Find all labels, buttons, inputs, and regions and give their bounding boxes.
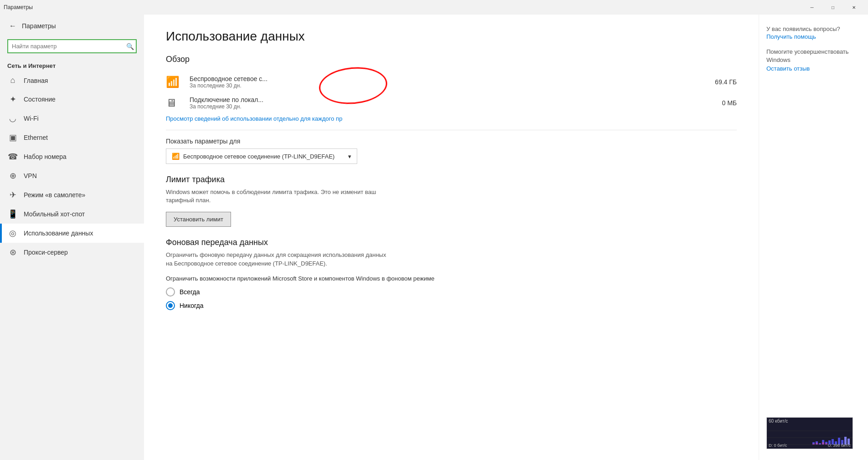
app-container: ← Параметры 🔍 Сеть и Интернет ⌂ Главная … xyxy=(0,15,868,460)
get-help-link[interactable]: Получить помощь xyxy=(766,33,816,40)
sidebar-item-airplane[interactable]: ✈ Режим «в самолете» xyxy=(0,185,144,204)
background-desc: Ограничить фоновую передачу данных для с… xyxy=(166,251,394,267)
dropdown-value: Беспроводное сетевое соединение (TP-LINK… xyxy=(183,153,334,160)
sidebar-item-label-dialup: Набор номера xyxy=(24,153,67,160)
search-icon[interactable]: 🔍 xyxy=(126,43,134,50)
sidebar-item-label-hotspot: Мобильный хот-спот xyxy=(24,210,85,218)
ethernet-icon: 🖥 xyxy=(166,97,182,109)
connection-usage-1: 0 МБ xyxy=(700,99,737,107)
titlebar-controls: ─ □ ✕ xyxy=(801,0,864,15)
help-section: У вас появились вопросы? Получить помощь xyxy=(766,26,861,41)
widget-download: D: 0 бит/с xyxy=(769,443,787,448)
sidebar-title: Параметры xyxy=(22,22,56,30)
sidebar-item-dialup[interactable]: ☎ Набор номера xyxy=(0,147,144,166)
dialup-icon: ☎ xyxy=(7,152,18,162)
search-input[interactable] xyxy=(7,39,137,53)
details-link[interactable]: Просмотр сведений об использовании отдел… xyxy=(166,115,342,122)
sidebar-item-label-status: Состояние xyxy=(24,96,56,103)
sidebar-item-datausage[interactable]: ◎ Использование данных xyxy=(0,224,144,243)
sidebar-item-proxy[interactable]: ⊛ Прокси-сервер xyxy=(0,243,144,262)
app-title: Параметры xyxy=(4,4,33,10)
datausage-icon: ◎ xyxy=(7,228,18,238)
radio-item-never[interactable]: Никогда xyxy=(166,301,737,310)
traffic-limit-desc: Windows может помочь в соблюдении лимита… xyxy=(166,188,394,204)
maximize-button[interactable]: □ xyxy=(822,0,843,15)
wifi-icon: 📶 xyxy=(166,76,182,88)
set-limit-button[interactable]: Установить лимит xyxy=(166,212,231,227)
close-button[interactable]: ✕ xyxy=(843,0,864,15)
sidebar: ← Параметры 🔍 Сеть и Интернет ⌂ Главная … xyxy=(0,15,144,460)
connection-dropdown[interactable]: 📶 Беспроводное сетевое соединение (TP-LI… xyxy=(166,148,357,164)
widget-bottom: D: 0 бит/с U: 398 бит/с xyxy=(769,443,851,448)
wifi-icon: ◡ xyxy=(7,113,18,123)
connections-list: 📶 Беспроводное сетевое с... За последние… xyxy=(166,72,737,113)
improve-section: Помогите усовершенствовать Windows Остав… xyxy=(766,48,861,72)
help-question: У вас появились вопросы? xyxy=(766,26,861,32)
radio-group: Всегда Никогда xyxy=(166,287,737,310)
connection-period-0: За последние 30 дн. xyxy=(190,82,693,89)
hotspot-icon: 📱 xyxy=(7,209,18,219)
connection-usage-0: 69.4 ГБ xyxy=(700,78,737,86)
sidebar-item-ethernet[interactable]: ▣ Ethernet xyxy=(0,128,144,147)
connection-row-1: 🖥 Подключение по локал... За последние 3… xyxy=(166,92,737,113)
sidebar-item-label-airplane: Режим «в самолете» xyxy=(24,191,85,199)
titlebar: Параметры ─ □ ✕ xyxy=(0,0,868,15)
back-button[interactable]: ← xyxy=(7,20,18,32)
radio-label-never: Никогда xyxy=(180,302,203,309)
sidebar-item-home[interactable]: ⌂ Главная xyxy=(0,71,144,90)
vpn-icon: ⊕ xyxy=(7,171,18,181)
widget-speed-label: 60 кбит/с xyxy=(769,419,788,424)
sidebar-item-vpn[interactable]: ⊕ VPN xyxy=(0,166,144,185)
network-widget: 60 кбит/с xyxy=(766,417,853,449)
sidebar-item-label-wifi: Wi-Fi xyxy=(24,115,39,122)
minimize-button[interactable]: ─ xyxy=(801,0,822,15)
sidebar-item-hotspot[interactable]: 📱 Мобильный хот-спот xyxy=(0,204,144,224)
right-panel: У вас появились вопросы? Получить помощь… xyxy=(759,15,868,460)
show-params-label: Показать параметры для xyxy=(166,138,737,145)
sidebar-item-label-vpn: VPN xyxy=(24,172,37,179)
connection-name-1: Подключение по локал... xyxy=(190,96,693,103)
radio-label-always: Всегда xyxy=(180,288,200,296)
home-icon: ⌂ xyxy=(7,76,18,85)
search-container: 🔍 xyxy=(0,37,144,59)
overview-heading: Обзор xyxy=(166,55,737,64)
connection-info-1: Подключение по локал... За последние 30 … xyxy=(190,96,693,110)
sidebar-item-status[interactable]: ✦ Состояние xyxy=(0,90,144,109)
proxy-icon: ⊛ xyxy=(7,247,18,257)
feedback-link[interactable]: Оставить отзыв xyxy=(766,65,810,72)
improve-title: Помогите усовершенствовать Windows xyxy=(766,48,861,64)
titlebar-left: Параметры xyxy=(4,4,33,10)
sidebar-item-label-proxy: Прокси-сервер xyxy=(24,249,68,256)
main-content: Использование данных Обзор 📶 Беспроводно… xyxy=(144,15,759,460)
connection-row-0: 📶 Беспроводное сетевое с... За последние… xyxy=(166,72,737,92)
sidebar-header: ← Параметры xyxy=(0,15,144,37)
traffic-limit-title: Лимит трафика xyxy=(166,175,737,184)
ethernet-icon: ▣ xyxy=(7,133,18,143)
restrict-label: Ограничить возможности приложений Micros… xyxy=(166,275,737,282)
radio-circle-always xyxy=(166,287,175,296)
search-wrapper: 🔍 xyxy=(7,39,137,53)
connection-period-1: За последние 30 дн. xyxy=(190,103,693,110)
widget-upload: U: 398 бит/с xyxy=(828,443,851,448)
sidebar-section-label: Сеть и Интернет xyxy=(0,59,144,71)
sidebar-item-label-ethernet: Ethernet xyxy=(24,134,48,141)
divider-1 xyxy=(166,130,737,130)
page-title: Использование данных xyxy=(166,29,737,44)
status-icon: ✦ xyxy=(7,94,18,104)
sidebar-item-wifi[interactable]: ◡ Wi-Fi xyxy=(0,109,144,128)
radio-item-always[interactable]: Всегда xyxy=(166,287,737,296)
airplane-icon: ✈ xyxy=(7,190,18,200)
radio-circle-never xyxy=(166,301,175,310)
nav-list: ⌂ Главная ✦ Состояние ◡ Wi-Fi ▣ Ethernet… xyxy=(0,71,144,262)
sidebar-item-label-home: Главная xyxy=(24,77,48,84)
chevron-down-icon: ▾ xyxy=(348,153,351,160)
background-title: Фоновая передача данных xyxy=(166,238,737,247)
sidebar-item-label-datausage: Использование данных xyxy=(24,230,93,237)
connection-name-0: Беспроводное сетевое с... xyxy=(190,75,693,82)
connection-info-0: Беспроводное сетевое с... За последние 3… xyxy=(190,75,693,89)
